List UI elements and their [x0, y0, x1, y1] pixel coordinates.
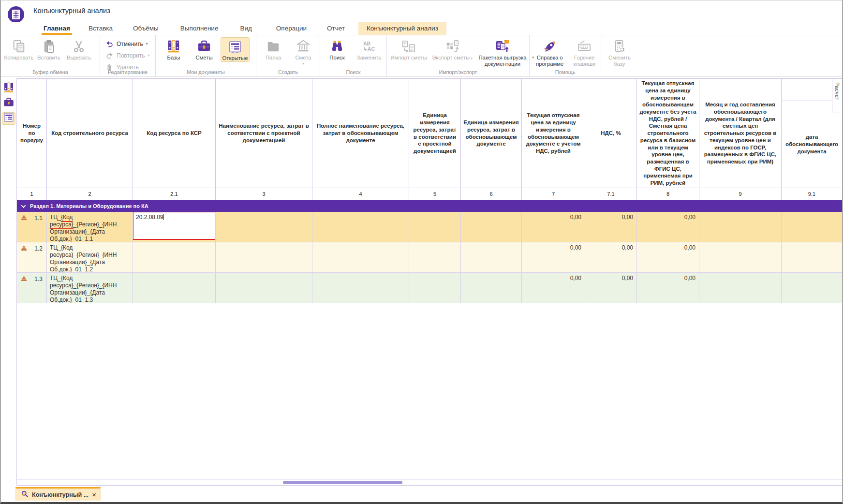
- column-number: 5: [409, 188, 461, 200]
- unit-project-cell[interactable]: [409, 212, 461, 242]
- resource-code-cell[interactable]: ТЦ_{Код ресурса}_{Регион}_{ИНН Организац…: [47, 273, 133, 303]
- price-no-vat-cell[interactable]: 0,00: [637, 273, 699, 303]
- vat-cell[interactable]: 0,00: [585, 273, 637, 303]
- sidebar-estimates-button[interactable]: [2, 97, 15, 110]
- calc-panel-tab[interactable]: Расчет: [832, 78, 842, 113]
- doc-date-cell[interactable]: [782, 242, 842, 272]
- paste-button[interactable]: Вставить: [34, 37, 64, 61]
- name-project-cell[interactable]: [216, 242, 312, 272]
- folder-label: Папка: [266, 55, 281, 61]
- unit-doc-cell[interactable]: [461, 212, 522, 242]
- dropdown-arrow-icon[interactable]: ▾: [471, 56, 473, 60]
- price-vat-cell[interactable]: 0,00: [522, 242, 585, 272]
- name-full-cell[interactable]: [312, 242, 409, 272]
- document-tab[interactable]: Конъюнктурный ... ×: [15, 487, 101, 501]
- column-header-num[interactable]: Номер по порядку: [17, 79, 47, 188]
- group-label-clipboard: Буфер обмена: [1, 69, 100, 75]
- horizontal-scrollbar-thumb[interactable]: [283, 481, 402, 484]
- redo-button[interactable]: Повторить ▾: [105, 50, 155, 60]
- undo-label: Отменить: [117, 41, 143, 47]
- column-header-vat[interactable]: НДС, %: [585, 79, 637, 188]
- month-year-cell[interactable]: [699, 212, 782, 242]
- column-header-name-project[interactable]: Наименование ресурса, затрат в соответст…: [216, 79, 312, 188]
- name-full-cell[interactable]: [312, 273, 409, 303]
- hotkeys-button[interactable]: Горячие клавиши: [568, 37, 601, 68]
- export-estimate-button[interactable]: Экспорт сметы▾: [429, 37, 475, 68]
- tab-vid[interactable]: Вид: [240, 22, 251, 35]
- tab-obyomy[interactable]: Объёмы: [133, 22, 159, 35]
- price-vat-cell[interactable]: 0,00: [522, 273, 585, 303]
- vat-cell[interactable]: 0,00: [585, 242, 637, 272]
- resource-code-cell[interactable]: ТЦ_{Код ресурса}_{Регион}_{ИНН Организац…: [47, 242, 133, 272]
- column-header-ksr-code[interactable]: Код ресурса по КСР: [133, 79, 216, 188]
- ksr-code-edit-input[interactable]: 20.2.08.09: [133, 212, 216, 240]
- estimates-button[interactable]: Сметы: [190, 37, 218, 62]
- cut-button[interactable]: Вырезать: [64, 37, 94, 61]
- export-label: Экспорт сметы: [432, 55, 470, 60]
- dropdown-arrow-icon[interactable]: ▾: [148, 53, 150, 58]
- row-number-cell[interactable]: 1.1: [17, 212, 47, 242]
- row-number-cell[interactable]: 1.2: [17, 242, 47, 272]
- column-header-resource-code[interactable]: Код строительного ресурса: [47, 79, 133, 188]
- month-year-cell[interactable]: [699, 242, 782, 272]
- ksr-code-cell[interactable]: [133, 273, 216, 303]
- tab-otchet[interactable]: Отчет: [327, 22, 345, 35]
- table-row: 1.2 ТЦ_{Код ресурса}_{Регион}_{ИНН Орган…: [17, 242, 842, 273]
- name-project-cell[interactable]: [216, 273, 312, 303]
- batch-upload-button[interactable]: Пакетная выгрузка документации▾: [476, 37, 529, 68]
- opened-button[interactable]: Открытые: [221, 37, 250, 62]
- sidebar-bases-button[interactable]: [2, 82, 15, 95]
- estimates-label: Сметы: [195, 55, 212, 61]
- tab-vypolnenie[interactable]: Выполнение: [180, 22, 219, 35]
- column-header-price-vat[interactable]: Текущая отпускная цена за единицу измере…: [522, 79, 585, 188]
- horizontal-scrollbar[interactable]: [17, 479, 842, 485]
- ksr-code-cell[interactable]: 20.2.08.09: [133, 212, 216, 242]
- doc-date-cell[interactable]: [782, 273, 842, 303]
- bases-button[interactable]: Базы: [160, 37, 188, 62]
- row-number-cell[interactable]: 1.3: [17, 273, 47, 303]
- tab-konyunkturny-analiz[interactable]: Конъюнктурный анализ: [358, 22, 446, 35]
- about-button[interactable]: Справка о программе: [532, 37, 567, 68]
- tab-operacii[interactable]: Операции: [276, 22, 307, 35]
- vat-cell[interactable]: 0,00: [585, 212, 637, 242]
- estimate-button[interactable]: Смета ▾: [289, 37, 317, 66]
- price-no-vat-cell[interactable]: 0,00: [637, 242, 699, 272]
- doc-date-cell[interactable]: [782, 212, 842, 242]
- dropdown-arrow-icon[interactable]: ▾: [146, 42, 148, 46]
- tab-vstavka[interactable]: Вставка: [89, 22, 113, 35]
- name-project-cell[interactable]: [216, 212, 312, 242]
- price-vat-cell[interactable]: 0,00: [522, 212, 585, 242]
- chevron-down-icon[interactable]: [21, 203, 26, 208]
- unit-project-cell[interactable]: [409, 273, 461, 303]
- month-year-cell[interactable]: [699, 273, 782, 303]
- column-header-price-no-vat[interactable]: Текущая отпускная цена за единицу измере…: [637, 79, 699, 188]
- column-header-name-full[interactable]: Полное наименование ресурса, затрат в об…: [312, 79, 409, 188]
- paste-icon: [42, 39, 56, 54]
- name-full-cell[interactable]: [312, 212, 409, 242]
- folder-button[interactable]: Папка: [259, 37, 287, 66]
- unit-doc-cell[interactable]: [461, 242, 522, 272]
- sidebar-opened-button[interactable]: [2, 112, 15, 125]
- resource-code-cell[interactable]: ТЦ_{Код ресурса}_{Регион}_{ИНН Организац…: [47, 212, 133, 242]
- ksr-code-cell[interactable]: [133, 242, 216, 272]
- change-base-button[interactable]: Сменить базу: [603, 37, 636, 68]
- unit-project-cell[interactable]: [409, 242, 461, 272]
- batch-upload-label: Пакетная выгрузка документации: [478, 55, 526, 67]
- copy-button[interactable]: Копировать: [4, 37, 34, 61]
- unit-doc-cell[interactable]: [461, 273, 522, 303]
- dropdown-arrow-icon[interactable]: ▾: [302, 61, 304, 66]
- column-header-month-year[interactable]: Месяц и год составления обосновывающего …: [699, 79, 782, 188]
- column-header-unit-project[interactable]: Единица измерения ресурса, затрат в соот…: [409, 79, 461, 188]
- close-icon[interactable]: ×: [92, 491, 96, 498]
- undo-button[interactable]: Отменить ▾: [105, 39, 155, 49]
- section-header-row[interactable]: Раздел 1. Материалы и Оборудование по КА: [17, 200, 842, 212]
- import-estimate-button[interactable]: Импорт сметы: [389, 37, 429, 68]
- tab-glavnaya[interactable]: Главная: [44, 22, 70, 35]
- column-number: 8: [637, 188, 699, 200]
- find-button[interactable]: Поиск: [323, 37, 351, 61]
- row-number: 1.1: [34, 215, 43, 222]
- column-header-unit-doc[interactable]: Единица измерения ресурса, затрат в обос…: [461, 79, 522, 188]
- replace-button[interactable]: AB↳AC Заменить: [354, 37, 384, 61]
- replace-icon: AB↳AC: [363, 39, 375, 54]
- price-no-vat-cell[interactable]: 0,00: [637, 212, 699, 242]
